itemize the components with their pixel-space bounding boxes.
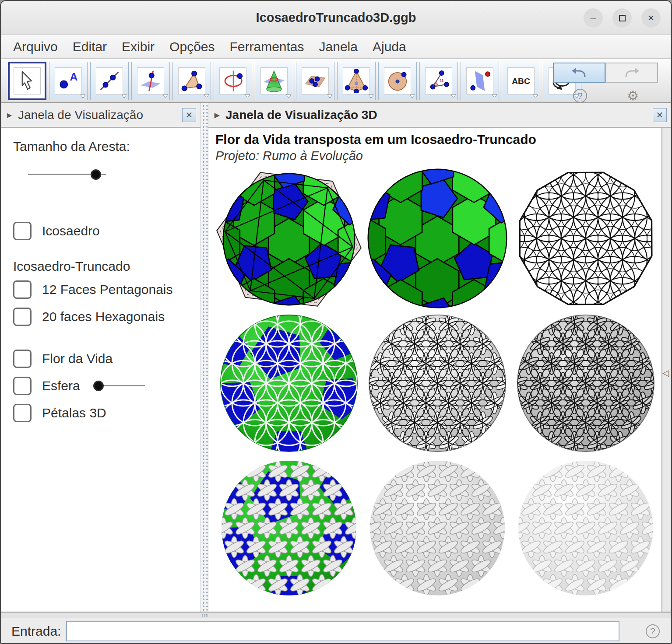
figure-icosaedro-truncado — [364, 167, 511, 310]
toolbar-help-icon[interactable]: ? — [573, 89, 587, 103]
minimize-button[interactable]: – — [584, 8, 603, 28]
point-tool-button[interactable]: A — [49, 62, 88, 100]
horizontal-resize-handle[interactable] — [1, 612, 671, 618]
reflect-plane-icon — [466, 67, 493, 94]
esfera-slider-knob[interactable] — [93, 381, 104, 391]
graphics-view-header: ▸ Janela de Visualização ✕ — [1, 103, 201, 128]
reflect-plane-tool-button[interactable] — [461, 62, 499, 100]
entrada-input[interactable] — [66, 621, 619, 641]
checkbox-icosaedro[interactable] — [13, 222, 32, 240]
checkbox-20-faces-label: 20 faces Hexagonais — [42, 309, 165, 324]
line-icon — [96, 67, 123, 94]
menu-opcoes[interactable]: Opções — [163, 38, 221, 55]
figure-icosaedro-com-truncado — [215, 167, 362, 310]
polygon-icon — [178, 67, 205, 94]
figure-petalas-3d-cinza — [364, 456, 511, 600]
sphere-icon — [384, 67, 411, 94]
pyramid-icon — [343, 67, 370, 94]
menu-exibir[interactable]: Exibir — [116, 38, 161, 55]
checkbox-20-faces-hexagonais[interactable] — [13, 308, 32, 326]
entrada-label: Entrada: — [11, 624, 61, 639]
collapse-arrow-icon: ◁ — [662, 368, 669, 378]
undo-button[interactable] — [553, 63, 605, 83]
toolbar: A — [1, 59, 671, 103]
angle-icon: α — [425, 67, 452, 94]
close-button[interactable]: × — [641, 8, 661, 28]
graphics-view-canvas[interactable]: Tamanho da Aresta: Icosaedro Icosaedro-T… — [1, 128, 201, 612]
maximize-button[interactable] — [612, 8, 632, 28]
angle-tool-button[interactable]: α — [419, 62, 458, 100]
sphere-tool-button[interactable] — [378, 62, 417, 100]
menu-ajuda[interactable]: Ajuda — [366, 38, 412, 55]
checkbox-esfera-label: Esfera — [42, 378, 80, 393]
figure-title: Flor da Vida transposta em um Icosaedro-… — [215, 132, 661, 147]
pyramid-tool-button[interactable] — [337, 62, 376, 100]
move-tool-button[interactable] — [8, 62, 46, 100]
figure-flor-da-vida-wireframe — [512, 167, 659, 310]
checkbox-icosaedro-label: Icosaedro — [42, 224, 100, 238]
input-bar: Entrada: ? — [1, 618, 671, 644]
main-area: ▸ Janela de Visualização ✕ Tamanho da Ar… — [1, 103, 671, 612]
esfera-slider[interactable] — [96, 380, 145, 392]
perpendicular-plane-icon — [137, 67, 164, 94]
minimize-icon: – — [590, 12, 596, 24]
graphics-view-panel: ▸ Janela de Visualização ✕ Tamanho da Ar… — [1, 103, 201, 612]
circle-axis-tool-button[interactable] — [214, 62, 252, 100]
close-icon: × — [648, 12, 654, 24]
checkbox-12-faces-pentagonais[interactable] — [13, 280, 32, 299]
menu-editar[interactable]: Editar — [67, 38, 113, 55]
menu-janela[interactable]: Janela — [313, 38, 364, 55]
menu-bar: Arquivo Editar Exibir Opções Ferramentas… — [1, 35, 671, 59]
edge-size-label: Tamanho da Aresta: — [13, 139, 201, 154]
maximize-icon — [619, 15, 626, 21]
cone-plane-icon — [260, 67, 288, 94]
menu-arquivo[interactable]: Arquivo — [7, 38, 64, 55]
line-tool-button[interactable] — [90, 62, 129, 100]
graphics-view-close-button[interactable]: ✕ — [182, 108, 196, 122]
intersect-cone-tool-button[interactable] — [255, 62, 293, 100]
text-tool-button[interactable]: ABC — [502, 62, 540, 100]
figure-petalas-3d-colorida — [215, 456, 362, 600]
graphics-3d-canvas[interactable]: Flor da Vida transposta em um Icosaedro-… — [208, 128, 661, 612]
cursor-icon — [14, 67, 41, 94]
polygon-tool-button[interactable] — [172, 62, 211, 100]
point-icon: A — [55, 67, 82, 94]
toolbar-gear-icon[interactable]: ⚙ — [627, 89, 639, 103]
svg-text:A: A — [70, 71, 77, 83]
graphics-view-title: Janela de Visualização — [18, 108, 143, 122]
panel-menu-arrow-icon[interactable]: ▸ — [7, 109, 12, 121]
circle-axis-icon — [219, 67, 246, 94]
svg-text:α: α — [440, 77, 443, 84]
panel-menu-arrow-icon[interactable]: ▸ — [215, 109, 219, 121]
checkbox-petalas-3d-label: Pétalas 3D — [42, 406, 106, 420]
figure-flor-da-vida-3d-cinza — [512, 312, 659, 455]
graphics-3d-panel: ▸ Janela de Visualização 3D ✕ Flor da Vi… — [208, 103, 671, 612]
checkbox-flor-da-vida[interactable] — [13, 350, 32, 368]
menu-ferramentas[interactable]: Ferramentas — [224, 38, 310, 55]
resize-grip-icon — [201, 614, 208, 617]
figure-flor-da-vida-colorida — [215, 312, 362, 455]
panel-resize-handle[interactable] — [201, 103, 208, 612]
figure-flor-da-vida-cinza — [364, 312, 511, 455]
graphics-3d-close-button[interactable]: ✕ — [653, 108, 667, 122]
plane-points-icon — [302, 67, 329, 94]
redo-button[interactable] — [605, 63, 658, 83]
checkbox-12-faces-label: 12 Faces Pentagonais — [42, 282, 173, 297]
graphics-3d-header: ▸ Janela de Visualização 3D ✕ — [208, 103, 671, 128]
text-icon: ABC — [507, 67, 535, 94]
plane-through-points-tool-button[interactable] — [296, 62, 334, 100]
graphics-3d-title: Janela de Visualização 3D — [225, 108, 377, 122]
window-title: IcosaedroTruncado3D.ggb — [1, 10, 671, 25]
collapse-3d-panel-handle[interactable]: ◁ — [661, 128, 671, 612]
redo-icon — [623, 66, 640, 79]
checkbox-petalas-3d[interactable] — [13, 404, 32, 422]
title-bar[interactable]: IcosaedroTruncado3D.ggb – × — [1, 1, 671, 35]
svg-text:ABC: ABC — [512, 77, 530, 86]
perpendicular-line-tool-button[interactable] — [131, 62, 170, 100]
input-help-icon[interactable]: ? — [646, 624, 660, 638]
edge-slider-knob[interactable] — [91, 169, 101, 180]
checkbox-flor-da-vida-label: Flor da Vida — [42, 351, 113, 366]
undo-icon — [571, 66, 588, 79]
checkbox-esfera[interactable] — [13, 377, 32, 395]
edge-size-slider[interactable] — [28, 169, 106, 180]
